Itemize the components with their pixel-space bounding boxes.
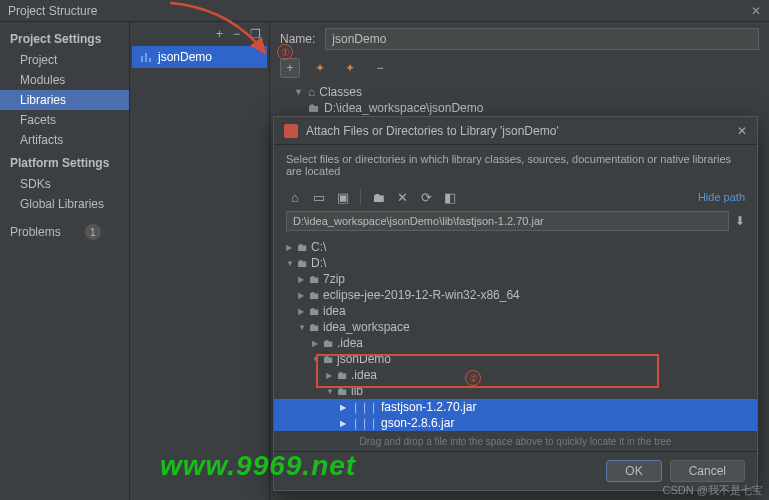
- desktop-icon[interactable]: ▭: [310, 190, 328, 205]
- tree-node-c-drive[interactable]: ▶🖿C:\: [274, 239, 757, 255]
- sidebar-item-modules[interactable]: Modules: [0, 70, 129, 90]
- sidebar-item-artifacts[interactable]: Artifacts: [0, 130, 129, 150]
- project-icon[interactable]: ▣: [334, 190, 352, 205]
- ok-button[interactable]: OK: [606, 460, 661, 482]
- new-folder-icon[interactable]: 🖿: [369, 190, 387, 205]
- library-name-input[interactable]: [325, 28, 759, 50]
- window-title: Project Structure: [8, 4, 97, 18]
- tree-node[interactable]: ▶🖿eclipse-jee-2019-12-R-win32-x86_64: [274, 287, 757, 303]
- sidebar-item-project[interactable]: Project: [0, 50, 129, 70]
- drop-hint: Drag and drop a file into the space abov…: [274, 432, 757, 451]
- libraries-list-panel: + − ❐ jsonDemo: [130, 22, 270, 500]
- specify-docs-button[interactable]: ✦: [310, 58, 330, 78]
- library-item-jsondemo[interactable]: jsonDemo: [132, 46, 267, 68]
- cancel-button[interactable]: Cancel: [670, 460, 745, 482]
- window-close-icon[interactable]: ✕: [751, 4, 761, 18]
- window-titlebar: Project Structure ✕: [0, 0, 769, 22]
- dialog-app-icon: [284, 124, 298, 138]
- sidebar-item-global-libraries[interactable]: Global Libraries: [0, 194, 129, 214]
- path-input[interactable]: [286, 211, 729, 231]
- add-icon[interactable]: +: [216, 27, 223, 41]
- tree-node-gson[interactable]: ▶❘❘❘gson-2.8.6.jar: [274, 415, 757, 431]
- sidebar-heading-project: Project Settings: [0, 26, 129, 50]
- classes-node[interactable]: ▼ ⌂ Classes: [280, 84, 759, 100]
- refresh-icon[interactable]: ⟳: [417, 190, 435, 205]
- sidebar-item-sdks[interactable]: SDKs: [0, 174, 129, 194]
- remove-icon[interactable]: −: [233, 27, 240, 41]
- attach-files-dialog: Attach Files or Directories to Library '…: [273, 116, 758, 491]
- tree-node[interactable]: ▼🖿jsonDemo: [274, 351, 757, 367]
- tree-node[interactable]: ▶🖿.idea: [274, 367, 757, 383]
- dialog-title: Attach Files or Directories to Library '…: [306, 124, 559, 138]
- sidebar-item-problems[interactable]: Problems 1: [0, 214, 129, 243]
- csdn-attribution: CSDN @我不是七宝: [663, 483, 763, 498]
- history-icon[interactable]: ⬇: [735, 214, 745, 228]
- tree-node-fastjson[interactable]: ▶❘❘❘fastjson-1.2.70.jar: [274, 399, 757, 415]
- show-hidden-icon[interactable]: ◧: [441, 190, 459, 205]
- tree-node[interactable]: ▶🖿.idea: [274, 335, 757, 351]
- dialog-close-icon[interactable]: ✕: [737, 124, 747, 138]
- tree-node[interactable]: ▶🖿idea: [274, 303, 757, 319]
- svg-rect-0: [141, 56, 143, 62]
- settings-sidebar: Project Settings Project Modules Librari…: [0, 22, 130, 500]
- dialog-toolbar: ⌂ ▭ ▣ 🖿 ✕ ⟳ ◧ Hide path: [274, 187, 757, 211]
- dialog-titlebar: Attach Files or Directories to Library '…: [274, 117, 757, 145]
- file-tree[interactable]: ▶🖿C:\ ▼🖿D:\ ▶🖿7zip ▶🖿eclipse-jee-2019-12…: [274, 237, 757, 432]
- annotation-circle-1: ①: [277, 44, 293, 60]
- annotation-circle-2: ②: [465, 370, 481, 386]
- tree-node[interactable]: ▼🖿idea_workspace: [274, 319, 757, 335]
- classes-icon: ⌂: [308, 85, 315, 99]
- home-icon[interactable]: ⌂: [286, 190, 304, 205]
- problems-count-badge: 1: [85, 224, 101, 240]
- classes-path-node[interactable]: 🖿 D:\idea_workspace\jsonDemo: [280, 100, 759, 116]
- svg-rect-2: [149, 58, 151, 62]
- specify-url-button[interactable]: ✦: [340, 58, 360, 78]
- svg-rect-1: [145, 53, 147, 62]
- tree-node[interactable]: ▼🖿lib: [274, 383, 757, 399]
- sidebar-heading-platform: Platform Settings: [0, 150, 129, 174]
- sidebar-item-libraries[interactable]: Libraries: [0, 90, 129, 110]
- add-root-button[interactable]: +: [280, 58, 300, 78]
- hide-path-link[interactable]: Hide path: [698, 191, 745, 203]
- tree-node-d-drive[interactable]: ▼🖿D:\: [274, 255, 757, 271]
- dialog-subtitle: Select files or directories in which lib…: [274, 145, 757, 187]
- folder-icon: 🖿: [308, 101, 320, 115]
- tree-node[interactable]: ▶🖿7zip: [274, 271, 757, 287]
- copy-icon[interactable]: ❐: [250, 27, 261, 41]
- delete-icon[interactable]: ✕: [393, 190, 411, 205]
- expand-icon: ▼: [294, 87, 304, 97]
- remove-root-button[interactable]: −: [370, 58, 390, 78]
- sidebar-item-facets[interactable]: Facets: [0, 110, 129, 130]
- library-icon: [140, 51, 152, 63]
